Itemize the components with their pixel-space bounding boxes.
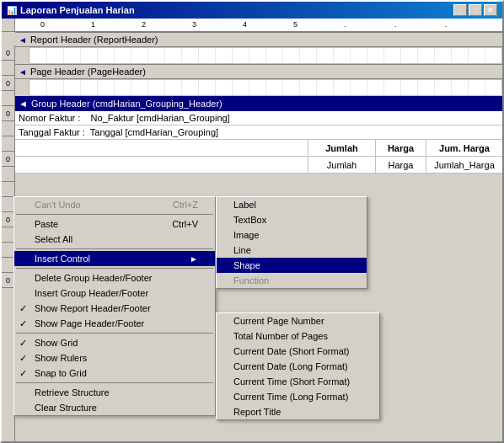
page-header-grid bbox=[29, 80, 501, 95]
paste-shortcut: Ctrl+V bbox=[172, 219, 198, 229]
cant-undo-shortcut: Ctrl+Z bbox=[173, 200, 198, 210]
shape-item-text: Shape bbox=[233, 260, 260, 270]
menu-item-cant-undo[interactable]: Can't Undo Ctrl+Z bbox=[14, 197, 215, 212]
page-header-label: ◄ Page Header (PageHeader) bbox=[15, 64, 502, 79]
current-page-number-text: Current Page Number bbox=[233, 316, 324, 326]
menu-item-show-rulers[interactable]: ✓ Show Rulers bbox=[14, 350, 215, 366]
menu-item-insert-group[interactable]: Insert Group Header/Footer bbox=[14, 286, 215, 301]
menu-item-clear-structure[interactable]: Clear Structure bbox=[14, 400, 215, 415]
show-page-hf-label: Show Page Header/Footer bbox=[35, 318, 144, 328]
show-report-hf-check: ✓ bbox=[19, 303, 27, 314]
page-header-text: Page Header (PageHeader) bbox=[30, 67, 146, 77]
report-header-text: Report Header (ReportHeader) bbox=[30, 35, 158, 45]
show-grid-check: ✓ bbox=[19, 338, 27, 349]
menu-item-snap-to-grid[interactable]: ✓ Snap to Grid bbox=[14, 366, 215, 381]
top-ruler: 0 1 2 3 4 5 . . . bbox=[2, 19, 502, 32]
menu-item-select-all[interactable]: Select All bbox=[14, 232, 215, 247]
sub-col-jumlah-harga: Jumlah_Harga bbox=[426, 157, 502, 173]
show-rulers-label: Show Rulers bbox=[35, 353, 87, 363]
menu-sep-5 bbox=[16, 382, 213, 383]
col-headers: Jumlah Harga Jum. Harga bbox=[15, 140, 502, 157]
ruler-corner bbox=[2, 19, 15, 32]
group-header-bar: ◄ Group Header (cmdHarian_Grouping_Heade… bbox=[15, 96, 502, 111]
clear-structure-label: Clear Structure bbox=[35, 403, 97, 413]
menu-item-insert-control[interactable]: Insert Control ► bbox=[14, 251, 215, 266]
insert-control-arrow: ► bbox=[190, 254, 198, 264]
page-header-section: ◄ Page Header (PageHeader) bbox=[15, 64, 502, 96]
menu-item-delete-group[interactable]: Delete Group Header/Footer bbox=[14, 270, 215, 286]
menu-item-paste[interactable]: Paste Ctrl+V bbox=[14, 216, 215, 232]
col-header-harga: Harga bbox=[376, 140, 426, 156]
maximize-button[interactable]: □ bbox=[469, 4, 482, 16]
submenu-item-function[interactable]: Function bbox=[217, 273, 367, 288]
menu-sep-1 bbox=[16, 214, 213, 215]
image-item-text: Image bbox=[233, 230, 260, 240]
function-current-time-long[interactable]: Current Time (Long Format) bbox=[217, 389, 379, 404]
insert-control-label: Insert Control bbox=[35, 254, 90, 264]
function-current-date-long[interactable]: Current Date (Long Format) bbox=[217, 359, 379, 374]
function-item-text: Function bbox=[233, 275, 269, 286]
minimize-button[interactable]: _ bbox=[453, 4, 467, 16]
snap-to-grid-check: ✓ bbox=[19, 368, 27, 379]
detail-row-1: Nomor Faktur : No_Faktur [cmdHarian_Grou… bbox=[15, 111, 502, 125]
submenu-item-label[interactable]: Label bbox=[217, 197, 367, 212]
current-time-long-text: Current Time (Long Format) bbox=[233, 392, 348, 402]
function-report-title[interactable]: Report Title bbox=[217, 404, 379, 419]
line-item-text: Line bbox=[233, 245, 251, 255]
function-submenu: Current Page Number Total Number of Page… bbox=[216, 312, 380, 420]
detail-value-2: Tanggal [cmdHarian_Grouping] bbox=[90, 127, 218, 137]
menu-sep-3 bbox=[16, 268, 213, 269]
report-header-section: ◄ Report Header (ReportHeader) bbox=[15, 32, 502, 64]
menu-item-show-grid[interactable]: ✓ Show Grid bbox=[14, 335, 215, 350]
function-current-time-short[interactable]: Current Time (Short Format) bbox=[217, 374, 379, 389]
main-window: 📊 Laporan Penjualan Harian _ □ ✕ 0 1 2 3… bbox=[0, 0, 504, 443]
title-bar-left: 📊 Laporan Penjualan Harian bbox=[7, 5, 135, 15]
show-page-hf-check: ✓ bbox=[19, 318, 27, 329]
detail-label-1: Nomor Faktur : bbox=[19, 113, 88, 123]
page-header-body bbox=[29, 79, 502, 96]
show-report-hf-label: Show Report Header/Footer bbox=[35, 303, 151, 313]
sub-col-jumlah: Jumlah bbox=[308, 157, 376, 173]
total-pages-text: Total Number of Pages bbox=[233, 331, 328, 341]
snap-to-grid-label: Snap to Grid bbox=[35, 368, 87, 378]
submenu-item-textbox[interactable]: TextBox bbox=[217, 212, 367, 227]
menu-item-show-report-hf[interactable]: ✓ Show Report Header/Footer bbox=[14, 301, 215, 316]
function-current-page-number[interactable]: Current Page Number bbox=[217, 313, 379, 328]
delete-group-label: Delete Group Header/Footer bbox=[35, 273, 152, 283]
window-title: Laporan Penjualan Harian bbox=[20, 5, 135, 15]
menu-sep-2 bbox=[16, 248, 213, 249]
textbox-item-text: TextBox bbox=[233, 215, 266, 225]
function-total-pages[interactable]: Total Number of Pages bbox=[217, 328, 379, 344]
current-date-long-text: Current Date (Long Format) bbox=[233, 361, 348, 371]
show-rulers-check: ✓ bbox=[19, 353, 27, 364]
sub-col-spacer bbox=[15, 157, 308, 173]
detail-row-2: Tanggal Faktur : Tanggal [cmdHarian_Grou… bbox=[15, 125, 502, 140]
menu-item-retrieve-structure[interactable]: Retrieve Structure bbox=[14, 385, 215, 400]
sub-col-headers: Jumlah Harga Jumlah_Harga bbox=[15, 157, 502, 173]
insert-group-label: Insert Group Header/Footer bbox=[35, 288, 148, 298]
close-button[interactable]: ✕ bbox=[484, 4, 497, 16]
group-header-text: Group Header (cmdHarian_Grouping_Header) bbox=[31, 99, 223, 109]
ruler-scale: 0 1 2 3 4 5 . . . bbox=[15, 19, 502, 32]
submenu-item-line[interactable]: Line bbox=[217, 243, 367, 258]
paste-label: Paste bbox=[35, 219, 58, 229]
menu-item-show-page-hf[interactable]: ✓ Show Page Header/Footer bbox=[14, 316, 215, 331]
col-header-spacer bbox=[15, 140, 308, 156]
submenu-item-image[interactable]: Image bbox=[217, 227, 367, 243]
sub-col-harga: Harga bbox=[376, 157, 426, 173]
window-icon: 📊 bbox=[7, 6, 17, 15]
report-header-grid bbox=[29, 48, 501, 63]
col-header-jum-harga: Jum. Harga bbox=[426, 140, 502, 156]
report-header-label: ◄ Report Header (ReportHeader) bbox=[15, 32, 502, 47]
title-buttons: _ □ ✕ bbox=[453, 4, 497, 16]
title-bar: 📊 Laporan Penjualan Harian _ □ ✕ bbox=[2, 2, 502, 19]
function-current-date-short[interactable]: Current Date (Short Format) bbox=[217, 344, 379, 359]
current-time-short-text: Current Time (Short Format) bbox=[233, 376, 350, 387]
submenu-item-shape[interactable]: Shape bbox=[217, 258, 367, 273]
menu-sep-4 bbox=[16, 333, 213, 334]
current-date-short-text: Current Date (Short Format) bbox=[233, 346, 350, 356]
report-title-text: Report Title bbox=[233, 407, 281, 417]
detail-value-1: No_Faktur [cmdHarian_Grouping] bbox=[91, 113, 230, 123]
report-header-body bbox=[29, 47, 502, 64]
report-wrapper: 0 0 0 0 0 0 bbox=[2, 32, 502, 441]
